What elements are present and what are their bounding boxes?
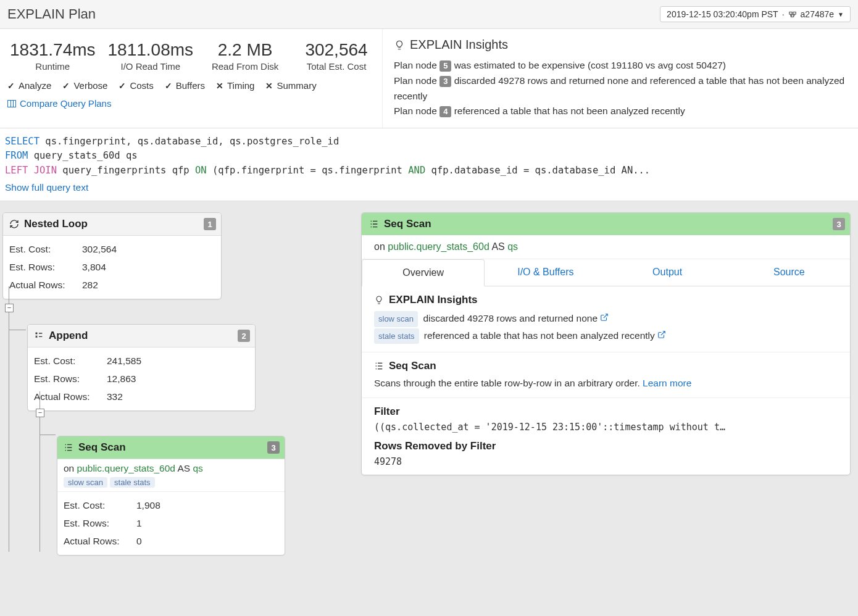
insight-text: referenced a table that has not been ana… [451, 106, 685, 116]
table-link[interactable]: public.query_stats_60d [388, 241, 489, 252]
sql-kw-join: JOIN [34, 165, 57, 176]
tab-source[interactable]: Source [728, 259, 850, 286]
tag-slow-scan: slow scan [64, 477, 107, 488]
on-text: on [374, 241, 388, 252]
metric-cost-label: Total Est. Cost [297, 61, 376, 72]
insight-line-5: Plan node 5 was estimated to be expensiv… [394, 58, 847, 73]
node-badge-4[interactable]: 4 [439, 106, 451, 117]
stat-label: Actual Rows: [9, 277, 82, 294]
stat-label: Est. Rows: [9, 259, 82, 277]
metric-runtime-value: 1831.74ms [10, 40, 96, 60]
timestamp-text: 2019-12-15 03:20:40pm PST [667, 9, 778, 19]
external-link-icon [600, 313, 609, 322]
insight-text: Plan node [394, 106, 439, 116]
flag-analyze: Analyze [7, 80, 51, 91]
flag-timing-label: Timing [227, 80, 254, 91]
on-text: on [64, 463, 77, 473]
show-full-query-link[interactable]: Show full query text [5, 180, 853, 194]
commit-icon [788, 10, 797, 19]
as-text: AS [175, 463, 193, 473]
sql-preview: SELECT qs.fingerprint, qs.database_id, q… [0, 128, 858, 201]
lightbulb-icon [394, 40, 405, 51]
compare-plans-link[interactable]: Compare Query Plans [4, 91, 382, 109]
seq-scan-icon [64, 443, 73, 452]
detail-insights-title-text: EXPLAIN Insights [389, 294, 478, 306]
page-title: EXPLAIN Plan [7, 6, 96, 22]
node-title: Seq Scan [78, 441, 126, 454]
filter-expression: ((qs.collected_at = '2019-12-15 23:15:00… [374, 422, 838, 433]
sql-cond: (qfp.fingerprint = qs.fingerprint [207, 165, 409, 176]
stat-value: 0 [136, 533, 142, 551]
flag-verbose-label: Verbose [73, 80, 107, 91]
sql-cols: qs.fingerprint, qs.database_id, qs.postg… [40, 136, 339, 147]
external-link-icon [657, 330, 666, 339]
collapse-toggle-1[interactable]: − [5, 304, 14, 312]
table-link[interactable]: public.query_stats_60d [77, 463, 175, 473]
as-text: AS [489, 241, 507, 252]
metric-runtime: 1831.74ms Runtime [4, 38, 102, 74]
loop-icon [9, 219, 19, 229]
stat-label: Est. Rows: [34, 370, 107, 388]
metric-io-value: 1811.08ms [108, 40, 194, 60]
stat-value: 241,585 [107, 352, 141, 370]
flag-buffers-label: Buffers [176, 80, 205, 91]
flag-costs: Costs [119, 80, 153, 91]
seq-scan-icon [374, 361, 384, 371]
check-icon [165, 81, 172, 91]
collapse-toggle-2[interactable]: − [36, 409, 44, 417]
insight-text: was estimated to be expensive (cost 1911… [451, 60, 726, 70]
external-link-1[interactable] [600, 313, 609, 323]
alias-link[interactable]: qs [193, 463, 202, 473]
commit-hash: a27487e [801, 9, 835, 19]
node-num-badge: 2 [238, 330, 250, 342]
scan-method-title-text: Seq Scan [389, 360, 436, 372]
compare-plans-label: Compare Query Plans [20, 98, 111, 109]
stat-value: 282 [82, 277, 98, 294]
scan-description: Scans through the entire table row-by-ro… [374, 376, 838, 390]
plan-node-1[interactable]: Nested Loop 1 Est. Cost:302,564 Est. Row… [2, 212, 222, 299]
timestamp-selector[interactable]: 2019-12-15 03:20:40pm PST · a27487e ▼ [660, 6, 851, 22]
external-link-2[interactable] [657, 330, 666, 341]
tab-io-buffers[interactable]: I/O & Buffers [485, 259, 606, 286]
metric-cost: 302,564 Total Est. Cost [291, 38, 382, 74]
sql-kw-select: SELECT [5, 136, 40, 147]
node-badge-3[interactable]: 3 [439, 76, 451, 87]
alias-link[interactable]: qs [507, 241, 518, 252]
metric-disk: 2.2 MB Read From Disk [199, 38, 291, 74]
detail-insight-1: slow scan discarded 49278 rows and retur… [374, 310, 838, 327]
sql-table: query_stats_60d qs [28, 150, 137, 161]
sql-kw-and: AND [408, 165, 425, 176]
metric-io-label: I/O Read Time [108, 61, 194, 72]
insights-title: EXPLAIN Insights [394, 38, 847, 52]
svg-rect-1 [793, 12, 795, 15]
tab-overview[interactable]: Overview [362, 259, 485, 286]
chevron-down-icon: ▼ [838, 11, 844, 18]
flag-summary-label: Summary [277, 80, 316, 91]
plan-node-2[interactable]: Append 2 Est. Cost:241,585 Est. Rows:12,… [27, 324, 256, 411]
metric-disk-label: Read From Disk [206, 61, 285, 72]
sql-jtable: query_fingerprints qfp [57, 165, 195, 176]
metric-io: 1811.08ms I/O Read Time [102, 38, 200, 74]
insight-text: Plan node [394, 75, 439, 86]
stat-label: Est. Cost: [64, 497, 136, 515]
append-icon [34, 331, 44, 341]
dot-separator: · [782, 9, 785, 19]
plan-node-3[interactable]: Seq Scan 3 on public.query_stats_60d AS … [57, 436, 285, 556]
node-badge-5[interactable]: 5 [439, 60, 451, 72]
sql-kw-left: LEFT [5, 165, 28, 176]
insights-title-text: EXPLAIN Insights [410, 38, 508, 52]
insight-text: discarded 49278 rows and returned none [420, 313, 600, 323]
tab-output[interactable]: Output [607, 259, 728, 286]
seq-scan-icon [369, 219, 379, 229]
stat-value: 302,564 [82, 241, 117, 259]
learn-more-link[interactable]: Learn more [643, 378, 691, 388]
stat-label: Actual Rows: [34, 388, 107, 406]
rows-removed-title: Rows Removed by Filter [374, 440, 838, 452]
check-icon [7, 81, 15, 91]
detail-insight-2: stale stats referenced a table that has … [374, 327, 838, 344]
flag-buffers: Buffers [165, 80, 205, 91]
detail-insights-title: EXPLAIN Insights [374, 294, 838, 306]
svg-rect-0 [789, 12, 791, 15]
check-icon [119, 81, 126, 91]
tag-stale-stats: stale stats [374, 328, 419, 344]
